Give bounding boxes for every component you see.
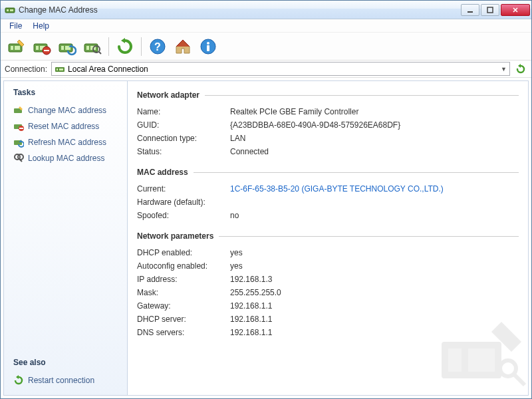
net-dns-key: DNS servers:: [137, 328, 230, 337]
tool-refresh-mac[interactable]: [55, 35, 79, 59]
sidebar-item-refresh-mac[interactable]: Refresh MAC address: [11, 134, 120, 150]
sidebar-item-label: Refresh MAC address: [28, 138, 106, 147]
connection-dropdown[interactable]: Local Area Connection ▼: [51, 62, 510, 76]
net-dhcps-row: DHCP server: 192.168.1.1: [137, 313, 519, 326]
menu-file[interactable]: File: [5, 20, 27, 32]
mac-hw-key: Hardware (default):: [137, 198, 230, 207]
sidebar-item-reset-mac[interactable]: Reset MAC address: [11, 118, 120, 134]
net-mask-row: Mask: 255.255.255.0: [137, 286, 519, 299]
tool-help[interactable]: ?: [146, 35, 170, 59]
svg-rect-4: [487, 7, 493, 13]
sidebar: Tasks Change MAC address Reset MAC addre…: [4, 81, 128, 395]
menu-help[interactable]: Help: [28, 20, 54, 32]
mac-current-row: Current: 1C-6F-65-38-B5-20 (GIGA-BYTE TE…: [137, 182, 519, 196]
net-dns-row: DNS servers: 192.168.1.1: [137, 326, 519, 339]
svg-rect-9: [36, 46, 39, 50]
maximize-button[interactable]: [481, 4, 499, 16]
svg-rect-24: [207, 45, 209, 51]
tool-lookup-mac[interactable]: [80, 35, 104, 59]
app-icon: [5, 5, 15, 15]
adapter-guid-row: GUID: {A23BDBBA-68E0-490A-9D48-575926EA6…: [137, 118, 519, 132]
toolbar-separator: [108, 37, 109, 56]
adapter-guid-val: {A23BDBBA-68E0-490A-9D48-575926EA68DF}: [230, 120, 400, 130]
menubar: File Help: [1, 19, 531, 33]
adapter-status-row: Status: Connected: [137, 145, 519, 158]
main-area: Tasks Change MAC address Reset MAC addre…: [3, 80, 529, 396]
mac-spoof-row: Spoofed: no: [137, 209, 519, 222]
net-gw-val: 192.168.1.1: [230, 301, 272, 311]
mac-current-key: Current:: [137, 184, 230, 194]
svg-rect-35: [442, 342, 501, 378]
net-mask-key: Mask:: [137, 288, 230, 297]
net-dhcp-val: yes: [230, 248, 243, 257]
svg-rect-2: [10, 9, 13, 11]
net-auto-key: Autoconfig enabled:: [137, 261, 230, 271]
minimize-button[interactable]: [461, 4, 479, 16]
sidebar-item-restart-connection[interactable]: Restart connection: [11, 372, 120, 388]
tool-change-mac[interactable]: [5, 35, 29, 59]
sidebar-item-label: Reset MAC address: [28, 122, 99, 131]
adapter-conn-key: Connection type:: [137, 134, 230, 143]
adapter-status-key: Status:: [137, 147, 230, 156]
tool-restart-connection[interactable]: [113, 35, 137, 59]
mac-spoof-val: no: [230, 211, 239, 220]
mac-current-val[interactable]: 1C-6F-65-38-B5-20 (GIGA-BYTE TECHNOLOGY …: [230, 184, 444, 194]
svg-rect-26: [57, 68, 58, 70]
adapter-conn-row: Connection type: LAN: [137, 132, 519, 145]
content-pane: Network adapter Name: Realtek PCIe GBE F…: [128, 81, 528, 395]
svg-rect-27: [59, 68, 63, 70]
net-ip-row: IP address: 192.168.1.3: [137, 273, 519, 286]
connection-label: Connection:: [5, 65, 47, 74]
svg-rect-12: [44, 50, 49, 51]
tool-reset-mac[interactable]: [30, 35, 54, 59]
svg-point-38: [500, 360, 516, 376]
sidebar-item-lookup-mac[interactable]: Lookup MAC address: [11, 150, 120, 166]
svg-rect-37: [468, 348, 495, 372]
section-title-mac: MAC address: [137, 168, 519, 177]
mac-hw-row: Hardware (default):: [137, 196, 519, 209]
net-mask-val: 255.255.255.0: [230, 288, 281, 297]
svg-rect-36: [448, 348, 462, 372]
svg-point-23: [207, 42, 209, 45]
net-dns-val: 192.168.1.1: [230, 328, 272, 337]
section-title-adapter: Network adapter: [137, 90, 519, 100]
app-window: Change MAC Address File Help ?: [0, 0, 532, 399]
adapter-conn-val: LAN: [230, 134, 245, 143]
tool-home[interactable]: [171, 35, 195, 59]
sidebar-heading-seealso: See also: [11, 358, 120, 367]
sidebar-item-label: Lookup MAC address: [28, 154, 104, 163]
svg-rect-31: [19, 128, 23, 129]
sidebar-item-label: Restart connection: [28, 376, 94, 385]
sidebar-item-change-mac[interactable]: Change MAC address: [11, 102, 120, 118]
svg-rect-6: [11, 46, 13, 50]
net-auto-row: Autoconfig enabled: yes: [137, 259, 519, 273]
net-ip-key: IP address:: [137, 275, 230, 284]
refresh-connection-button[interactable]: [514, 63, 527, 76]
net-dhcps-val: 192.168.1.1: [230, 315, 272, 324]
sidebar-heading-tasks: Tasks: [11, 88, 120, 97]
section-title-net: Network parameters: [137, 231, 519, 241]
svg-rect-3: [467, 11, 473, 13]
net-ip-val: 192.168.1.3: [230, 275, 272, 284]
svg-rect-7: [15, 46, 20, 50]
close-button[interactable]: [501, 4, 530, 16]
window-title: Change MAC Address: [19, 5, 461, 15]
window-controls: [461, 4, 530, 16]
connection-row: Connection: Local Area Connection ▼: [1, 61, 531, 78]
net-dhcp-key: DHCP enabled:: [137, 248, 230, 257]
net-dhcp-row: DHCP enabled: yes: [137, 246, 519, 259]
toolbar-separator: [141, 37, 142, 56]
mac-spoof-key: Spoofed:: [137, 211, 230, 220]
connection-selected-text: Local Area Connection: [68, 65, 501, 74]
network-adapter-icon: [55, 64, 65, 74]
chevron-down-icon: ▼: [501, 66, 507, 72]
adapter-name-row: Name: Realtek PCIe GBE Family Controller: [137, 105, 519, 118]
svg-rect-17: [86, 46, 89, 50]
net-dhcps-key: DHCP server:: [137, 315, 230, 324]
net-gw-row: Gateway: 192.168.1.1: [137, 299, 519, 313]
sidebar-item-label: Change MAC address: [28, 106, 106, 115]
net-auto-val: yes: [230, 261, 243, 271]
titlebar: Change MAC Address: [1, 1, 531, 19]
toolbar: ?: [1, 33, 531, 61]
tool-about[interactable]: [196, 35, 220, 59]
